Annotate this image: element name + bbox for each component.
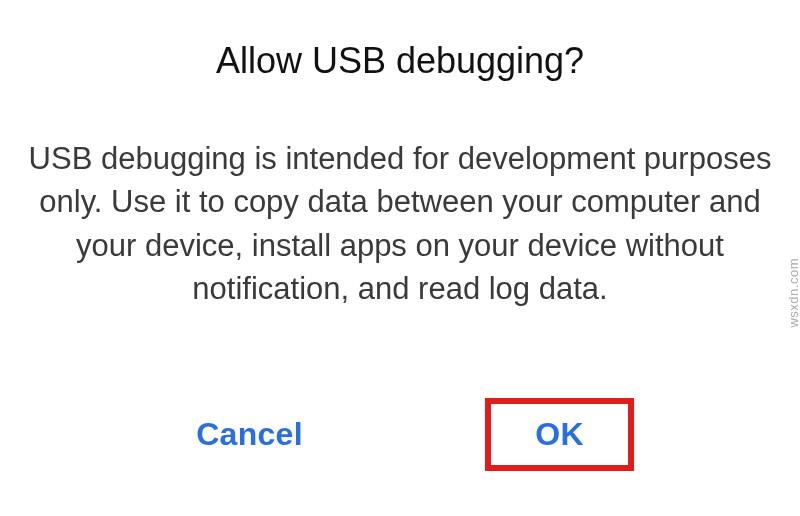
ok-button-highlight: OK [485, 398, 634, 471]
ok-button[interactable]: OK [515, 406, 604, 463]
dialog-title: Allow USB debugging? [25, 40, 775, 82]
cancel-button[interactable]: Cancel [176, 406, 323, 463]
usb-debugging-dialog: Allow USB debugging? USB debugging is in… [0, 0, 800, 516]
dialog-message: USB debugging is intended for developmen… [25, 137, 775, 373]
watermark-text: wsxdn.com [787, 258, 801, 328]
dialog-actions: Cancel OK [25, 398, 775, 516]
